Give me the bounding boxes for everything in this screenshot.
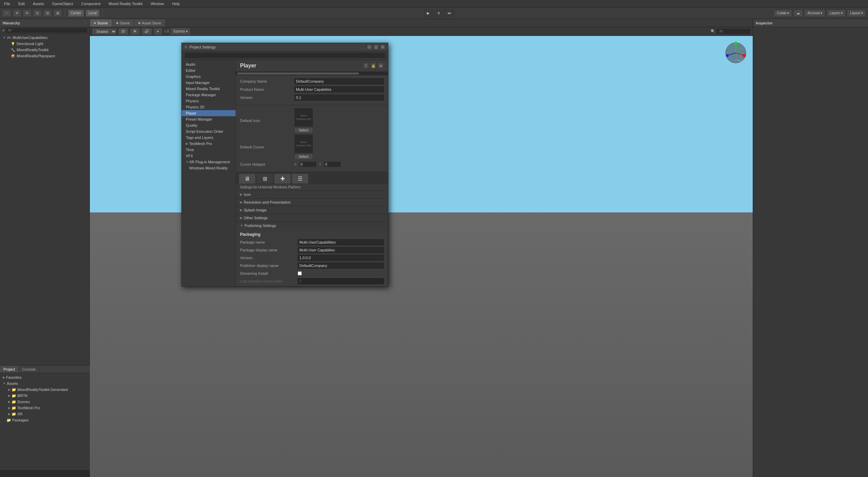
last-required-input[interactable] <box>298 278 384 284</box>
modal-minimize-btn[interactable]: — <box>367 45 372 49</box>
nav-quality[interactable]: Quality <box>182 122 236 128</box>
nav-physics[interactable]: Physics <box>182 98 236 104</box>
version-input[interactable] <box>294 95 384 101</box>
icon-section-header[interactable]: ▶ Icon <box>236 191 388 198</box>
menu-item-component[interactable]: Component <box>80 1 102 6</box>
proj-xr[interactable]: ▶ 📁 XR <box>1 411 88 417</box>
menu-item-help[interactable]: Help <box>171 1 181 6</box>
gear-icon-btn[interactable]: ⚙ <box>378 63 384 69</box>
tool-all[interactable]: ⊞ <box>53 9 62 17</box>
account-button[interactable]: Account ▾ <box>804 9 825 17</box>
menu-item-file[interactable]: File <box>3 1 12 6</box>
hierarchy-search[interactable] <box>6 28 87 33</box>
default-cursor-select-btn[interactable]: Select <box>294 154 313 160</box>
nav-vfx[interactable]: VFX <box>182 153 236 159</box>
tool-scale[interactable]: ⊡ <box>33 9 42 17</box>
nav-player[interactable]: Player <box>182 110 236 116</box>
company-name-input[interactable] <box>294 78 384 84</box>
tool-move[interactable]: ✛ <box>13 9 21 17</box>
gizmos-btn[interactable]: Gizmos ▾ <box>170 28 191 35</box>
nav-textmesh[interactable]: ▶ TextMesh Pro <box>182 141 236 147</box>
plat-tab-android[interactable]: ☰ <box>292 173 309 184</box>
center-toggle[interactable]: Center <box>68 9 84 17</box>
hierarchy-menu-btn[interactable]: ⋮ <box>83 21 87 25</box>
pkg-name-input[interactable] <box>298 239 384 245</box>
tool-rotate[interactable]: ↻ <box>23 9 32 17</box>
nav-graphics[interactable]: Graphics <box>182 74 236 80</box>
scene-search[interactable] <box>717 28 751 34</box>
layout-button[interactable]: Layout ▾ <box>847 9 866 17</box>
menu-item-assets[interactable]: Assets <box>32 1 45 6</box>
pkg-display-input[interactable] <box>298 247 384 253</box>
help-icon-btn[interactable]: ? <box>363 63 369 69</box>
nav-audio[interactable]: Audio <box>182 61 236 67</box>
local-toggle[interactable]: Local <box>85 9 100 17</box>
scene-lights-btn[interactable]: ☀ <box>130 28 140 35</box>
hierarchy-item-mrtk[interactable]: 🔧 MixedRealityToolkit <box>0 47 90 53</box>
hierarchy-item-light[interactable]: 💡 Directional Light <box>0 41 90 47</box>
proj-textmesh[interactable]: ▶ 📁 TextMesh Pro <box>1 405 88 411</box>
tab-asset-store[interactable]: Asset Store <box>134 19 165 27</box>
nav-script-execution[interactable]: Script Execution Order <box>182 128 236 134</box>
scrollbar-thumb[interactable] <box>237 72 359 75</box>
menu-item-mrt[interactable]: Mixed Reality Toolkit <box>107 1 144 6</box>
hierarchy-item-root[interactable]: ▼ 🎮 MultiUserCapabilities <box>0 35 90 41</box>
plat-tab-uwp[interactable]: ⊞ <box>256 173 273 184</box>
nav-preset-manager[interactable]: Preset Manager <box>182 116 236 122</box>
tab-game[interactable]: Game <box>112 19 134 27</box>
default-icon-select-btn[interactable]: Select <box>294 127 313 133</box>
tab-scene[interactable]: Scene <box>90 19 112 27</box>
nav-editor[interactable]: Editor <box>182 67 236 74</box>
nav-package-manager[interactable]: Package Manager <box>182 92 236 98</box>
nav-wmr[interactable]: Windows Mixed Reality <box>182 165 236 171</box>
proj-mrtk-generated[interactable]: ▶ 📁 MixedRealityToolkit.Generated <box>1 387 88 393</box>
product-name-input[interactable] <box>294 86 384 92</box>
publishing-section-header[interactable]: ▼ Publishing Settings <box>236 222 388 229</box>
nav-tags-layers[interactable]: Tags and Layers <box>182 134 236 141</box>
proj-assets[interactable]: ▼ Assets <box>1 380 88 387</box>
nav-time[interactable]: Time <box>182 147 236 153</box>
streaming-checkbox[interactable] <box>298 271 302 275</box>
proj-scenes[interactable]: ▶ 📁 Scenes <box>1 399 88 405</box>
shading-select[interactable]: Shaded <box>92 28 117 35</box>
add-hierarchy-btn[interactable]: + <box>2 28 5 33</box>
gizmo-widget[interactable]: < Perso <box>724 41 748 65</box>
proj-mrtk[interactable]: ▶ 📁 MRTK <box>1 393 88 399</box>
splash-section-header[interactable]: ▶ Splash Image <box>236 206 388 214</box>
menu-item-window[interactable]: Window <box>149 1 165 6</box>
menu-item-edit[interactable]: Edit <box>17 1 26 6</box>
other-section-header[interactable]: ▶ Other Settings <box>236 214 388 222</box>
pub-version-input[interactable] <box>298 255 384 261</box>
tab-console[interactable]: Console <box>19 366 39 373</box>
scene-effects-btn[interactable]: ✦ <box>154 28 162 35</box>
nav-mrt[interactable]: Mixed Reality Toolkit <box>182 86 236 92</box>
hotspot-y-input[interactable] <box>324 162 341 167</box>
modal-close-btn[interactable]: ✕ <box>380 45 385 49</box>
tool-hand[interactable]: ☞ <box>2 9 11 17</box>
publisher-display-input[interactable] <box>298 263 384 269</box>
nav-physics2d[interactable]: Physics 2D <box>182 104 236 110</box>
resolution-section-header[interactable]: ▶ Resolution and Presentation <box>236 199 388 206</box>
scene-audio-btn[interactable]: 🔊 <box>141 28 152 35</box>
step-button[interactable]: ⏭ <box>445 9 454 17</box>
tab-project[interactable]: Project <box>0 366 19 373</box>
menu-item-gameobject[interactable]: GameObject <box>51 1 75 6</box>
modal-maximize-btn[interactable]: □ <box>374 45 378 49</box>
play-button[interactable]: ▶ <box>424 9 433 17</box>
nav-xr[interactable]: ▼ XR Plug-in Management <box>182 159 236 165</box>
proj-favorites[interactable]: ▶ Favorites <box>1 374 88 380</box>
hierarchy-item-playspace[interactable]: 📦 MixedRealityPlayspace <box>0 53 90 59</box>
hotspot-x-input[interactable] <box>299 162 316 167</box>
twod-toggle[interactable]: 2D <box>118 28 129 35</box>
nav-input-manager[interactable]: Input Manager <box>182 80 236 86</box>
cloud-button[interactable]: ☁ <box>793 9 803 17</box>
proj-packages[interactable]: 📁 Packages <box>1 417 88 423</box>
layers-button[interactable]: Layers ▾ <box>827 9 846 17</box>
lock-icon-btn[interactable]: 🔒 <box>370 63 376 69</box>
plat-tab-standalone[interactable]: 🖥 <box>239 173 256 184</box>
collab-button[interactable]: Collab ▾ <box>774 9 792 17</box>
pause-button[interactable]: ⏸ <box>434 9 443 17</box>
tool-rect[interactable]: ⊟ <box>43 9 52 17</box>
modal-search-input[interactable] <box>184 53 385 58</box>
plat-tab-webgl[interactable]: ✚ <box>274 173 291 184</box>
